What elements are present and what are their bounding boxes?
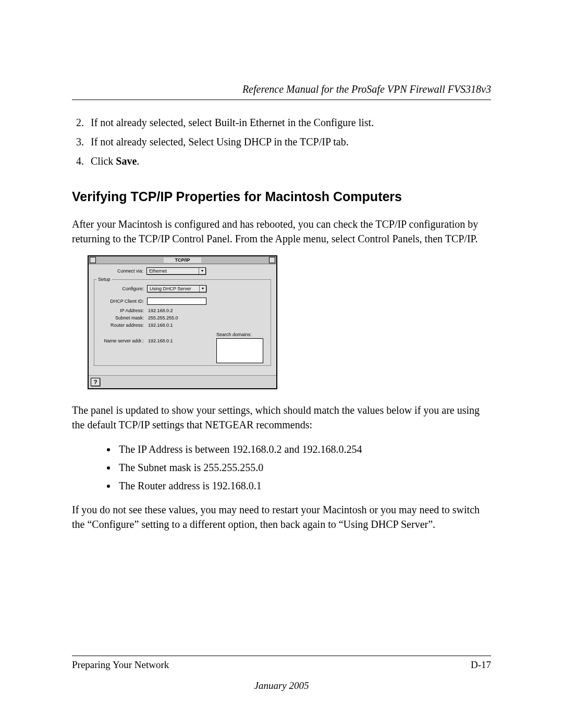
configure-value: Using DHCP Server: [148, 286, 199, 291]
close-box-icon[interactable]: [90, 257, 96, 263]
tcpip-titlebar: TCP/IP: [89, 256, 276, 264]
closing-paragraph: If you do not see these values, you may …: [72, 502, 491, 532]
dropdown-arrow-icon: ▾: [199, 286, 206, 292]
router-address-value: 192.168.0.1: [147, 323, 173, 328]
help-button[interactable]: ?: [91, 378, 100, 386]
ip-address-label: IP Address:: [96, 308, 147, 313]
step-2: If not already selected, select Built-in…: [87, 115, 491, 131]
dhcp-client-label: DHCP Client ID:: [96, 299, 147, 304]
footer-date: January 2005: [72, 680, 491, 692]
step-4-bold: Save: [116, 155, 137, 167]
search-domains-input[interactable]: [216, 338, 263, 363]
router-address-label: Router address:: [96, 323, 147, 328]
name-server-value: 192.168.0.1: [147, 338, 173, 343]
step-3: If not already selected, Select Using DH…: [87, 134, 491, 150]
footer-page-number: D-17: [471, 659, 491, 671]
search-domains-label: Search domains:: [216, 332, 268, 337]
step-4-prefix: Click: [91, 155, 116, 167]
configure-label: Configure:: [96, 286, 147, 291]
setup-legend: Setup: [96, 277, 112, 282]
step-4-suffix: .: [137, 155, 139, 167]
ip-address-value: 192.168.0.2: [147, 308, 173, 313]
connect-via-dropdown[interactable]: Ethernet ▾: [146, 267, 206, 275]
configure-dropdown[interactable]: Using DHCP Server ▾: [147, 285, 206, 292]
section-heading: Verifying TCP/IP Properties for Macintos…: [72, 189, 491, 204]
footer-section: Preparing Your Network: [72, 659, 169, 671]
tcpip-window: TCP/IP Connect via: Ethernet ▾ Setup Con…: [88, 255, 277, 389]
collapse-box-icon[interactable]: [269, 257, 275, 263]
bullet-subnet: The Subnet mask is 255.255.255.0: [117, 460, 491, 476]
step-list: If not already selected, select Built-in…: [72, 115, 491, 169]
name-server-label: Name server addr.:: [96, 338, 147, 343]
step-4: Click Save.: [87, 153, 491, 169]
help-icon: ?: [94, 379, 97, 385]
connect-via-label: Connect via:: [94, 268, 146, 274]
dhcp-client-input[interactable]: [147, 298, 206, 305]
after-screenshot-paragraph: The panel is updated to show your settin…: [72, 403, 491, 432]
value-bullet-list: The IP Address is between 192.168.0.2 an…: [72, 441, 491, 494]
tcpip-title: TCP/IP: [164, 257, 201, 263]
bullet-router: The Router address is 192.168.0.1: [117, 478, 491, 494]
subnet-mask-value: 255.255.255.0: [147, 315, 178, 320]
dropdown-arrow-icon: ▾: [199, 268, 205, 274]
bullet-ip: The IP Address is between 192.168.0.2 an…: [117, 441, 491, 458]
intro-paragraph: After your Macintosh is configured and h…: [72, 217, 491, 246]
subnet-mask-label: Subnet mask:: [96, 315, 147, 320]
connect-via-value: Ethernet: [147, 268, 199, 274]
running-header: Reference Manual for the ProSafe VPN Fir…: [72, 83, 491, 100]
setup-fieldset: Setup Configure: Using DHCP Server ▾ DHC…: [94, 277, 271, 366]
